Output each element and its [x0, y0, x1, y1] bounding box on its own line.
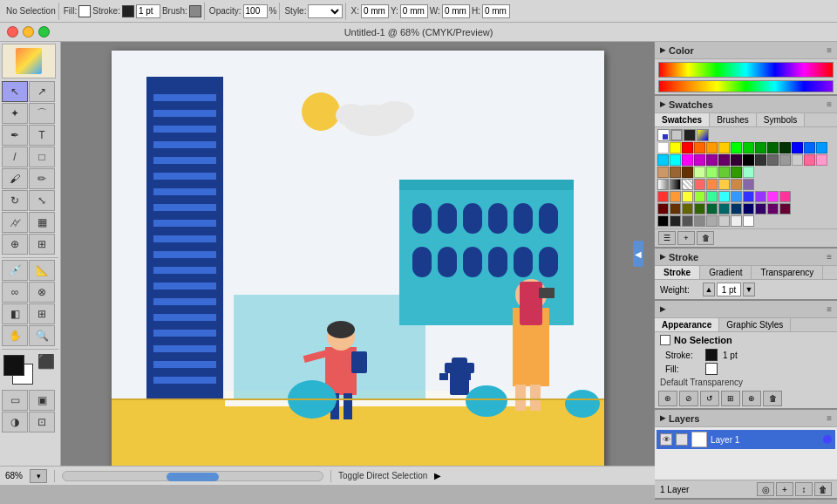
appear-btn-5[interactable]: ⊕	[742, 391, 761, 406]
color-gradient-bar[interactable]	[658, 62, 834, 78]
swatch-9[interactable]	[767, 142, 779, 153]
appear-btn-delete[interactable]: 🗑	[763, 391, 782, 406]
default-colors-icon[interactable]: ⬛	[37, 353, 55, 370]
line-tool[interactable]: /	[2, 146, 28, 167]
stroke-panel-expand[interactable]: ≡	[827, 252, 832, 262]
swatch-33[interactable]	[718, 167, 730, 178]
magic-wand-tool[interactable]: ✦	[2, 103, 28, 124]
swatch-7[interactable]	[743, 142, 754, 153]
purple-swatch[interactable]	[743, 179, 754, 190]
swatch-18[interactable]	[706, 154, 718, 166]
pen-tool[interactable]: ✒	[2, 125, 28, 146]
d3[interactable]	[682, 203, 693, 215]
swatch-11[interactable]	[792, 142, 803, 153]
d5[interactable]	[706, 203, 718, 215]
zoom-tool[interactable]: 🔍	[29, 325, 55, 346]
swatch-28[interactable]	[657, 167, 669, 178]
d7[interactable]	[731, 203, 742, 215]
close-button[interactable]	[7, 26, 18, 37]
swatch-1[interactable]	[670, 142, 681, 153]
warp-tool[interactable]: ⌭	[2, 212, 28, 233]
swatch-8[interactable]	[755, 142, 766, 153]
tab-symbols[interactable]: Symbols	[757, 113, 805, 126]
s2[interactable]	[670, 191, 681, 202]
orange-swatch[interactable]	[706, 179, 718, 190]
swatch-24[interactable]	[779, 154, 791, 166]
swatch-menu-btn[interactable]: ☰	[658, 231, 676, 245]
swatch-27[interactable]	[816, 154, 827, 166]
scale-tool[interactable]: ⤡	[29, 190, 55, 211]
layers-btn-move[interactable]: ↕	[795, 482, 813, 496]
swatch-30[interactable]	[682, 167, 693, 178]
appear-btn-1[interactable]: ⊛	[658, 391, 677, 406]
tab-stroke[interactable]: Stroke	[655, 266, 700, 279]
swatch-14[interactable]	[657, 154, 669, 166]
measure-tool[interactable]: 📐	[29, 260, 55, 281]
selection-tool[interactable]: ↖	[2, 81, 28, 102]
brush-color-box[interactable]	[189, 5, 201, 17]
s5[interactable]	[706, 191, 718, 202]
swatch-0[interactable]	[657, 142, 669, 153]
link-tool[interactable]: ⊗	[29, 282, 55, 303]
tab-appearance[interactable]: Appearance	[655, 318, 719, 331]
d6[interactable]	[718, 203, 730, 215]
stroke-swatch[interactable]	[3, 355, 24, 376]
color-spectrum-bar[interactable]	[658, 80, 834, 92]
g3[interactable]	[682, 215, 693, 227]
g8[interactable]	[743, 215, 754, 227]
appear-btn-4[interactable]: ⊞	[721, 391, 740, 406]
s1[interactable]	[657, 191, 669, 202]
symbol-sprayer-tool[interactable]: ⊕	[2, 234, 28, 255]
swatch-26[interactable]	[804, 154, 815, 166]
fill-attr-color[interactable]	[705, 363, 718, 375]
d11[interactable]	[779, 203, 791, 215]
g1[interactable]	[657, 215, 669, 227]
g5[interactable]	[706, 215, 718, 227]
s4[interactable]	[694, 191, 705, 202]
appear-panel-expand[interactable]: ≡	[827, 304, 832, 314]
swatch-16[interactable]	[682, 154, 693, 166]
gradient-swatch-2[interactable]	[670, 179, 681, 190]
swatch-29[interactable]	[670, 167, 681, 178]
g2[interactable]	[670, 215, 681, 227]
toggle-view-btn[interactable]: ◑	[2, 412, 28, 432]
tab-swatches[interactable]: Swatches	[655, 113, 710, 126]
paintbrush-tool[interactable]: 🖌	[2, 168, 28, 189]
h-input[interactable]	[482, 4, 510, 18]
mesh-tool[interactable]: ⊞	[29, 303, 55, 324]
layers-btn-delete[interactable]: 🗑	[814, 482, 832, 496]
x-input[interactable]	[361, 4, 389, 18]
swatch-21[interactable]	[743, 154, 754, 166]
gradient-tool[interactable]: ◧	[2, 303, 28, 324]
s3[interactable]	[682, 191, 693, 202]
text-tool[interactable]: T	[29, 125, 55, 146]
weight-input[interactable]	[717, 283, 741, 296]
d8[interactable]	[743, 203, 754, 215]
s7[interactable]	[731, 191, 742, 202]
style-dropdown[interactable]	[308, 4, 343, 18]
toggle-direct-arrow[interactable]: ▶	[434, 471, 441, 480]
swatch-5[interactable]	[718, 142, 730, 153]
stroke-color-box[interactable]	[122, 5, 134, 17]
eyedropper-tool[interactable]: 💉	[2, 260, 28, 281]
swatch-22[interactable]	[755, 154, 766, 166]
maximize-button[interactable]	[38, 26, 50, 37]
color-panel-expand[interactable]: ≡	[827, 45, 832, 55]
brown-swatch[interactable]	[731, 179, 742, 190]
swatch-20[interactable]	[731, 154, 742, 166]
full-screen-btn[interactable]: ▣	[29, 390, 55, 411]
y-input[interactable]	[400, 4, 428, 18]
panel-collapse-btn[interactable]: ◀	[633, 241, 643, 267]
zoom-dropdown-btn[interactable]: ▾	[30, 469, 47, 483]
pattern-swatch[interactable]	[682, 179, 693, 190]
standard-screen-btn[interactable]: ▭	[2, 390, 28, 411]
swatch-15[interactable]	[670, 154, 681, 166]
d2[interactable]	[670, 203, 681, 215]
tab-graphic-styles[interactable]: Graphic Styles	[719, 318, 791, 331]
minimize-button[interactable]	[23, 26, 34, 37]
d4[interactable]	[694, 203, 705, 215]
s6[interactable]	[718, 191, 730, 202]
w-input[interactable]	[442, 4, 470, 18]
gradient-swatch[interactable]	[657, 179, 669, 190]
graph-tool[interactable]: ▦	[29, 212, 55, 233]
